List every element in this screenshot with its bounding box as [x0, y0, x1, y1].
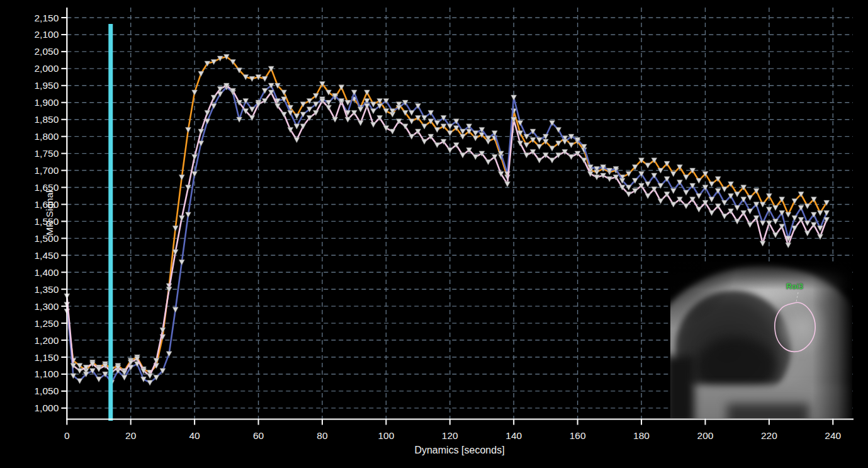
- data-point-marker: [77, 368, 82, 374]
- data-point-marker: [371, 109, 376, 114]
- data-point-marker: [147, 380, 153, 385]
- data-point-marker: [536, 158, 542, 163]
- y-tick-label: 1,000: [35, 402, 59, 413]
- data-point-marker: [179, 260, 184, 265]
- data-point-marker: [409, 110, 415, 115]
- y-tick-label: 1,100: [35, 368, 59, 379]
- data-point-marker: [773, 232, 779, 237]
- data-point-marker: [568, 154, 574, 159]
- data-point-marker: [524, 153, 529, 158]
- data-point-marker: [658, 198, 663, 203]
- data-point-marker: [447, 148, 453, 153]
- data-point-marker: [760, 241, 765, 246]
- data-point-marker: [824, 210, 830, 215]
- data-point-marker: [147, 374, 153, 379]
- data-point-marker: [166, 351, 172, 357]
- data-point-marker: [198, 129, 204, 134]
- y-tick-label: 1,200: [35, 335, 59, 346]
- data-point-marker: [172, 307, 178, 312]
- data-point-marker: [192, 90, 198, 95]
- data-point-marker: [804, 231, 810, 236]
- data-point-marker: [300, 124, 306, 129]
- roi3-label[interactable]: Roi3: [786, 282, 803, 291]
- data-point-marker: [422, 124, 427, 129]
- data-point-marker: [786, 243, 791, 248]
- data-point-marker: [364, 103, 370, 108]
- x-tick-label: 60: [253, 430, 264, 441]
- y-tick-label: 2,150: [35, 13, 59, 23]
- data-point-marker: [735, 205, 740, 210]
- data-point-marker: [390, 129, 395, 134]
- data-point-marker: [192, 154, 198, 159]
- x-tick-label: 20: [125, 430, 137, 441]
- data-point-marker: [645, 181, 651, 186]
- data-point-marker: [804, 203, 810, 208]
- y-tick-label: 1,300: [35, 301, 59, 312]
- data-point-marker: [684, 175, 689, 180]
- data-point-marker: [747, 195, 753, 200]
- data-point-marker: [696, 193, 702, 198]
- data-point-marker: [249, 107, 255, 112]
- data-point-marker: [172, 226, 178, 231]
- data-point-marker: [485, 159, 491, 164]
- data-point-marker: [626, 192, 631, 197]
- data-point-marker: [96, 367, 102, 372]
- data-point-marker: [511, 95, 517, 100]
- data-point-marker: [786, 212, 791, 217]
- data-point-marker: [536, 137, 542, 142]
- data-point-marker: [473, 136, 478, 141]
- data-point-marker: [154, 358, 159, 363]
- data-point-marker: [645, 163, 651, 168]
- y-tick-label: 1,950: [35, 80, 59, 91]
- data-point-marker: [747, 222, 753, 227]
- data-point-marker: [77, 379, 82, 384]
- data-point-marker: [409, 119, 415, 124]
- data-point-marker: [447, 131, 453, 136]
- data-point-marker: [581, 158, 587, 163]
- data-point-marker: [473, 154, 478, 159]
- data-point-marker: [460, 153, 466, 158]
- y-tick-label: 1,250: [35, 318, 59, 329]
- x-tick-label: 240: [825, 430, 841, 441]
- data-point-marker: [735, 192, 740, 197]
- y-tick-label: 1,400: [35, 267, 59, 278]
- data-point-marker: [722, 187, 728, 192]
- data-point-marker: [684, 190, 689, 195]
- y-tick-label: 1,850: [35, 114, 59, 125]
- data-point-marker: [198, 71, 204, 76]
- data-point-marker: [645, 193, 651, 198]
- x-tick-label: 100: [378, 430, 394, 441]
- mri-inset[interactable]: Roi3: [670, 261, 852, 418]
- data-point-marker: [371, 102, 376, 107]
- data-point-marker: [709, 181, 714, 186]
- x-tick-label: 80: [317, 430, 328, 441]
- data-point-marker: [179, 215, 184, 220]
- y-axis-title: MR Signal: [44, 190, 55, 236]
- data-point-marker: [792, 215, 798, 220]
- data-point-marker: [792, 198, 798, 203]
- data-point-marker: [760, 220, 765, 225]
- data-point-marker: [447, 124, 453, 129]
- data-point-marker: [192, 171, 198, 176]
- data-point-marker: [505, 181, 510, 186]
- roi3-contour[interactable]: [775, 302, 815, 351]
- data-point-marker: [818, 210, 823, 215]
- data-point-marker: [550, 158, 555, 163]
- roi-leader-line: [796, 292, 798, 302]
- data-point-marker: [550, 146, 555, 151]
- y-tick-label: 1,450: [35, 250, 59, 261]
- y-tick-label: 1,350: [35, 284, 59, 295]
- data-point-marker: [434, 127, 440, 132]
- x-tick-label: 200: [697, 430, 714, 441]
- data-point-marker: [709, 197, 714, 202]
- y-tick-label: 1,900: [35, 97, 59, 108]
- data-point-marker: [670, 188, 676, 193]
- data-point-marker: [351, 90, 357, 95]
- data-point-marker: [211, 103, 217, 108]
- data-point-marker: [294, 124, 300, 129]
- data-point-marker: [186, 212, 191, 217]
- data-point-marker: [358, 107, 363, 112]
- y-tick-label: 1,750: [35, 148, 59, 159]
- x-tick-label: 140: [505, 430, 522, 441]
- data-point-marker: [371, 122, 376, 127]
